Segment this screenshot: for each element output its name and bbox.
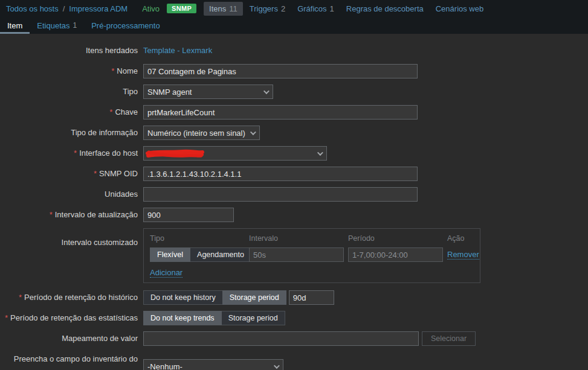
history-segment: Do not keep history Storage period (143, 290, 286, 305)
value-mapping-input[interactable] (143, 331, 419, 346)
tab-etiquetas[interactable]: Etiquetas 1 (30, 17, 84, 34)
name-label: *Nome (0, 64, 138, 78)
add-interval-link[interactable]: Adicionar (150, 268, 183, 278)
hostnav-triggers-count: 2 (281, 4, 285, 13)
host-interface-select[interactable] (143, 146, 327, 161)
row-key: *Chave (0, 105, 588, 120)
snmp-availability-badge: SNMP (167, 4, 196, 13)
snmp-oid-input[interactable] (143, 167, 418, 181)
inherited-template-link[interactable]: Template - Lexmark (143, 43, 212, 58)
interval-input[interactable] (249, 247, 344, 262)
history-period-input[interactable] (289, 290, 334, 305)
tab-etiquetas-count: 1 (73, 21, 77, 30)
item-tabs-bar: Item Etiquetas 1 Pré-processamento (0, 17, 588, 34)
trends-storage-period-button[interactable]: Storage period (221, 311, 285, 325)
required-asterisk: * (109, 107, 112, 116)
col-header-periodo: Período (348, 234, 447, 247)
tab-item-label: Item (7, 21, 22, 30)
required-asterisk: * (19, 293, 22, 302)
do-not-keep-trends-button[interactable]: Do not keep trends (143, 311, 222, 325)
row-history: *Período de retenção do histórico Do not… (0, 290, 588, 305)
select-value-map-button[interactable]: Selecionar (422, 331, 476, 346)
breadcrumb-all-hosts[interactable]: Todos os hosts (6, 4, 59, 13)
hostnav-triggers-label: Triggers (250, 4, 278, 13)
interval-cell (249, 247, 348, 262)
required-asterisk: * (111, 66, 114, 75)
update-interval-label: *Intervalo de atualização (0, 208, 138, 222)
hostnav-triggers[interactable]: Triggers 2 (244, 2, 291, 16)
inventory-field-label: Preencha o campo do inventário do host (0, 352, 138, 370)
row-inherited-items: Itens herdados Template - Lexmark (0, 43, 588, 58)
hostnav-graficos[interactable]: Gráficos 1 (292, 2, 340, 16)
interval-type-segment: Flexível Agendamento (150, 247, 249, 262)
info-type-select-value: Numérico (inteiro sem sinal) (147, 129, 245, 138)
custom-intervals-label: Intervalo customizado (0, 228, 138, 250)
hostnav-graficos-count: 1 (330, 4, 334, 13)
hostnav-cenarios-label: Cenários web (436, 4, 484, 13)
breadcrumb-host[interactable]: Impressora ADM (69, 4, 128, 13)
row-host-interface: *Interface do host (0, 146, 588, 161)
hostnav-itens-label: Itens (209, 4, 226, 13)
update-interval-input[interactable] (143, 208, 234, 222)
tab-pre-processamento[interactable]: Pré-processamento (84, 17, 167, 34)
key-input[interactable] (143, 105, 418, 120)
row-inventory-field: Preencha o campo do inventário do host -… (0, 352, 588, 370)
required-asterisk: * (74, 148, 77, 158)
hostnav-itens-count: 11 (229, 4, 237, 13)
type-select-value: SNMP agent (147, 88, 192, 97)
breadcrumb-separator: / (63, 4, 65, 13)
required-asterisk: * (5, 313, 8, 322)
snmp-oid-label: *SNMP OID (0, 167, 138, 181)
flexible-button[interactable]: Flexível (150, 247, 190, 262)
info-type-select[interactable]: Numérico (inteiro sem sinal) (143, 126, 260, 140)
key-label: *Chave (0, 105, 138, 120)
hostnav-regras-descoberta[interactable]: Regras de descoberta (341, 2, 429, 16)
row-name: *Nome (0, 64, 588, 78)
row-trends: *Período de retenção das estatísticas Do… (0, 311, 588, 325)
units-input[interactable] (143, 187, 418, 202)
row-info-type: Tipo de informação Numérico (inteiro sem… (0, 126, 588, 140)
type-label: Tipo (0, 85, 138, 99)
row-type: Tipo SNMP agent (0, 85, 588, 99)
tab-item[interactable]: Item (0, 17, 30, 34)
action-cell: Remover (447, 247, 479, 262)
hostnav-graficos-label: Gráficos (297, 4, 326, 13)
inventory-field-select[interactable]: -Nenhum- (143, 359, 283, 370)
required-asterisk: * (94, 169, 97, 178)
hostnav-regras-label: Regras de descoberta (346, 4, 424, 13)
chevron-down-icon (250, 129, 256, 135)
hostnav-itens[interactable]: Itens 11 (204, 2, 243, 16)
period-input[interactable] (348, 247, 443, 262)
host-interface-label: *Interface do host (0, 146, 138, 161)
info-type-label: Tipo de informação (0, 126, 138, 140)
row-custom-intervals: Intervalo customizado Tipo Intervalo Per… (0, 228, 588, 283)
period-cell (348, 247, 447, 262)
row-value-mapping: Mapeamento de valor Selecionar (0, 331, 588, 346)
name-input[interactable] (143, 64, 418, 78)
chevron-down-icon (263, 88, 270, 94)
history-storage-period-button[interactable]: Storage period (222, 290, 286, 305)
host-navigation-bar: Todos os hosts / Impressora ADM Ativo SN… (0, 0, 588, 17)
units-label: Unidades (0, 187, 138, 202)
scheduling-button[interactable]: Agendamento (190, 247, 251, 262)
type-select[interactable]: SNMP agent (143, 85, 273, 99)
item-form: Itens herdados Template - Lexmark *Nome … (0, 34, 588, 370)
hostnav-cenarios-web[interactable]: Cenários web (430, 2, 489, 16)
row-units: Unidades (0, 187, 588, 202)
tab-etiquetas-label: Etiquetas (37, 21, 69, 30)
inventory-field-select-value: -Nenhum- (147, 362, 183, 370)
inherited-items-label: Itens herdados (0, 43, 138, 58)
col-header-intervalo: Intervalo (249, 234, 348, 247)
host-nav-tabs: Itens 11 Triggers 2 Gráficos 1 Regras de… (202, 2, 489, 16)
value-mapping-label: Mapeamento de valor (0, 331, 138, 346)
col-header-acao: Ação (447, 234, 479, 247)
col-header-tipo: Tipo (150, 234, 249, 247)
custom-intervals-box: Tipo Intervalo Período Ação Flexível Age… (143, 228, 480, 283)
row-snmp-oid: *SNMP OID (0, 167, 588, 181)
host-status-label: Ativo (142, 4, 160, 13)
remove-interval-link[interactable]: Remover (447, 250, 479, 260)
trends-label: *Período de retenção das estatísticas (0, 311, 138, 325)
redaction-scribble (145, 148, 205, 161)
do-not-keep-history-button[interactable]: Do not keep history (143, 290, 223, 305)
row-update-interval: *Intervalo de atualização (0, 208, 588, 222)
